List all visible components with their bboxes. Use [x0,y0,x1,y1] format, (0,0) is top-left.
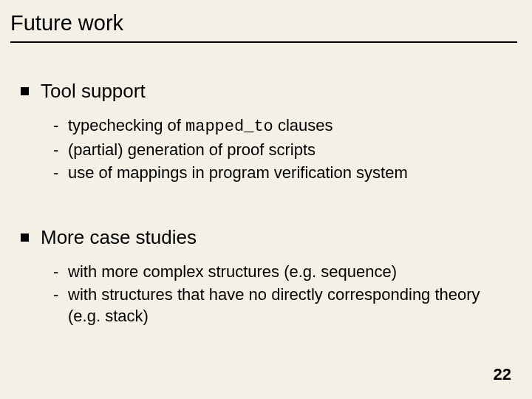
list-item-text: typechecking of mapped_to clauses [68,115,502,137]
code-fragment: mapped_to [185,117,273,136]
list-item: - use of mappings in program verificatio… [53,162,502,183]
list-item-text: with structures that have no directly co… [68,284,502,327]
dash-icon: - [53,261,68,282]
text-fragment: typechecking of [68,116,185,134]
dash-icon: - [53,115,68,136]
slide-content: Tool support - typechecking of mapped_to… [21,80,502,369]
dash-icon: - [53,284,68,305]
dash-icon: - [53,162,68,183]
slide-title: Future work [10,12,517,43]
section-heading-text: Tool support [41,80,146,103]
sub-list: - typechecking of mapped_to clauses - (p… [53,115,502,183]
list-item: - typechecking of mapped_to clauses [53,115,502,137]
list-item-text: use of mappings in program verification … [68,162,502,183]
list-item-text: (partial) generation of proof scripts [68,139,502,160]
square-bullet-icon [21,233,29,242]
list-item: - (partial) generation of proof scripts [53,139,502,160]
slide: Future work Tool support - typechecking … [0,0,532,399]
page-number: 22 [494,365,511,384]
dash-icon: - [53,139,68,160]
list-item-text: with more complex structures (e.g. seque… [68,261,502,282]
square-bullet-icon [21,87,29,95]
list-item: - with structures that have no directly … [53,284,502,327]
section-case-studies: More case studies - with more complex st… [21,226,502,327]
section-tool-support: Tool support - typechecking of mapped_to… [21,80,502,183]
section-heading: Tool support [21,80,502,103]
section-heading-text: More case studies [41,226,197,249]
sub-list: - with more complex structures (e.g. seq… [53,261,502,327]
section-heading: More case studies [21,226,502,249]
list-item: - with more complex structures (e.g. seq… [53,261,502,282]
text-fragment: clauses [273,116,333,134]
